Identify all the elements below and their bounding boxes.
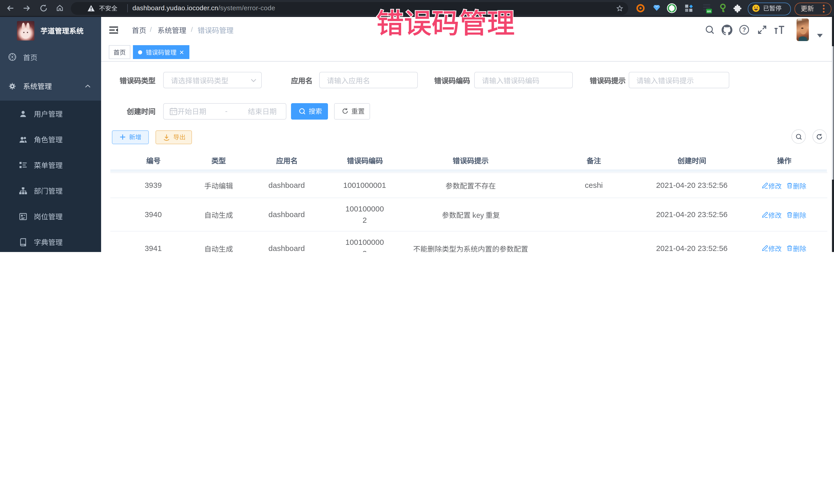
svg-text:on: on [707,9,711,13]
svg-text:?: ? [742,26,746,33]
